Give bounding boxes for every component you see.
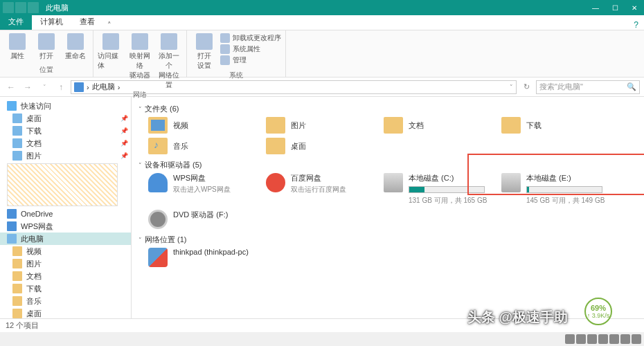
folder-desktop[interactable]: 桌面 [266, 138, 370, 154]
tray-icon[interactable] [587, 334, 597, 344]
sidebar-item-music[interactable]: 音乐 [0, 295, 131, 307]
folder-icon [148, 138, 168, 154]
tab-view[interactable]: 查看 [71, 14, 103, 30]
properties-button[interactable]: 属性 [4, 33, 30, 61]
folder-pictures[interactable]: 图片 [266, 117, 370, 134]
sidebar-onedrive[interactable]: OneDrive [0, 208, 131, 220]
sysprops-icon [220, 44, 230, 54]
device-wps[interactable]: WPS网盘双击进入WPS网盘 [148, 173, 252, 206]
access-media-button[interactable]: 访问媒体 [98, 33, 124, 71]
section-network[interactable]: ˅网络位置 (1) [138, 235, 637, 245]
disk-icon [384, 173, 403, 192]
folder-icon [12, 284, 22, 293]
location-icon [74, 82, 84, 92]
open-settings-button[interactable]: 打开 设置 [191, 33, 217, 71]
ribbon-group-system: 打开 设置 卸载或更改程序 系统属性 管理 系统 [187, 30, 286, 77]
search-placeholder: 搜索"此电脑" [539, 82, 583, 92]
disk-icon [501, 173, 521, 192]
pin-icon: 📌 [120, 152, 128, 159]
minimize-ribbon-button[interactable]: ˄ [103, 21, 116, 30]
folder-music[interactable]: 音乐 [148, 138, 252, 154]
chevron-down-icon: ˅ [138, 162, 142, 169]
folder-icon [148, 117, 168, 134]
pin-icon: 📌 [120, 115, 128, 122]
sidebar-thumbnail[interactable] [7, 163, 118, 206]
sidebar-this-pc[interactable]: 此电脑 [0, 233, 131, 245]
usage-bar [526, 186, 602, 193]
ribbon: 属性 打开 重命名 位置 访问媒体 映射网络 驱动器 添加一个 网络位置 网络 … [0, 30, 644, 78]
wps-icon [7, 221, 17, 231]
device-drive-c[interactable]: 本地磁盘 (C:)131 GB 可用，共 165 GB [384, 173, 488, 206]
tray-icon[interactable] [609, 334, 619, 344]
pictures-icon [12, 151, 22, 161]
tray-icon[interactable] [576, 334, 586, 344]
baidu-icon [266, 173, 285, 192]
section-devices[interactable]: ˅设备和驱动器 (5) [138, 160, 637, 170]
forward-button[interactable]: → [21, 80, 35, 94]
qat-icon[interactable] [28, 2, 39, 13]
folder-icon [266, 138, 285, 154]
folder-downloads[interactable]: 下载 [501, 117, 605, 134]
tray-icon[interactable] [598, 334, 608, 344]
map-drive-button[interactable]: 映射网络 驱动器 [127, 33, 153, 80]
onedrive-icon [7, 209, 17, 219]
device-baidu[interactable]: 百度网盘双击运行百度网盘 [266, 173, 370, 206]
address-dropdown[interactable]: ˅ [510, 84, 513, 91]
tray-icon[interactable] [620, 334, 630, 344]
back-button[interactable]: ← [4, 80, 18, 94]
recent-dropdown[interactable]: ˅ [37, 80, 51, 94]
sidebar-item-pictures[interactable]: 图片📌 [0, 149, 131, 162]
sidebar-item-desktop[interactable]: 桌面📌 [0, 112, 131, 125]
folder-icon [12, 246, 22, 256]
media-icon [102, 33, 119, 50]
qat-icon[interactable] [3, 2, 14, 13]
maximize-button[interactable]: ☐ [605, 0, 625, 15]
titlebar: 此电脑 — ☐ ✕ [0, 0, 644, 15]
uninstall-button[interactable]: 卸载或更改程序 [220, 33, 281, 43]
minimize-button[interactable]: — [586, 0, 605, 15]
tray-icon[interactable] [565, 334, 575, 344]
window-title: 此电脑 [42, 3, 69, 13]
up-button[interactable]: ↑ [54, 80, 68, 94]
documents-icon [12, 138, 22, 148]
device-drive-e[interactable]: 本地磁盘 (E:)145 GB 可用，共 149 GB [501, 173, 605, 206]
taskbar [0, 332, 644, 346]
add-network-icon [161, 33, 177, 50]
search-input[interactable]: 搜索"此电脑" 🔍 [536, 80, 640, 94]
tab-file[interactable]: 文件 [0, 14, 32, 30]
sidebar-item-videos[interactable]: 视频 [0, 245, 131, 257]
uninstall-icon [220, 33, 230, 43]
sidebar-item-pictures[interactable]: 图片 [0, 257, 131, 270]
address-bar[interactable]: › 此电脑 › ˅ [71, 80, 517, 94]
network-location[interactable]: thinkpad (thinkpad-pc) [148, 248, 252, 267]
tray-icon[interactable] [632, 334, 641, 344]
content-pane: ˅文件夹 (6) 视频 图片 文档 下载 音乐 桌面 ˅设备和驱动器 (5) W… [132, 97, 644, 331]
sidebar-wps[interactable]: WPS网盘 [0, 220, 131, 233]
close-button[interactable]: ✕ [625, 0, 644, 15]
tab-computer[interactable]: 计算机 [32, 14, 71, 30]
sidebar-item-downloads[interactable]: 下载 [0, 282, 131, 295]
speed-widget[interactable]: 69% ↑ 3.9K/s [584, 298, 612, 325]
refresh-button[interactable]: ↻ [519, 82, 533, 91]
downloads-icon [12, 126, 22, 136]
folder-documents[interactable]: 文档 [384, 117, 488, 134]
sidebar-quick-access[interactable]: 快速访问 [0, 100, 131, 112]
breadcrumb-item[interactable]: 此电脑 [92, 82, 115, 92]
address-bar-row: ← → ˅ ↑ › 此电脑 › ˅ ↻ 搜索"此电脑" 🔍 [0, 78, 644, 97]
sidebar-item-downloads[interactable]: 下载📌 [0, 125, 131, 137]
system-properties-button[interactable]: 系统属性 [220, 44, 281, 54]
sidebar-item-documents[interactable]: 文档📌 [0, 137, 131, 149]
star-icon [7, 101, 17, 111]
rename-icon [67, 33, 84, 50]
rename-button[interactable]: 重命名 [62, 33, 89, 61]
qat-icon[interactable] [15, 2, 26, 13]
help-icon[interactable]: ? [628, 20, 644, 30]
manage-button[interactable]: 管理 [220, 55, 281, 65]
device-dvd[interactable]: DVD 驱动器 (F:) [148, 210, 252, 229]
open-button[interactable]: 打开 [33, 33, 60, 61]
folder-videos[interactable]: 视频 [148, 117, 252, 134]
section-folders[interactable]: ˅文件夹 (6) [138, 104, 637, 114]
sidebar-item-documents[interactable]: 文档 [0, 270, 131, 282]
dvd-icon [148, 210, 168, 229]
folder-icon [12, 259, 22, 268]
